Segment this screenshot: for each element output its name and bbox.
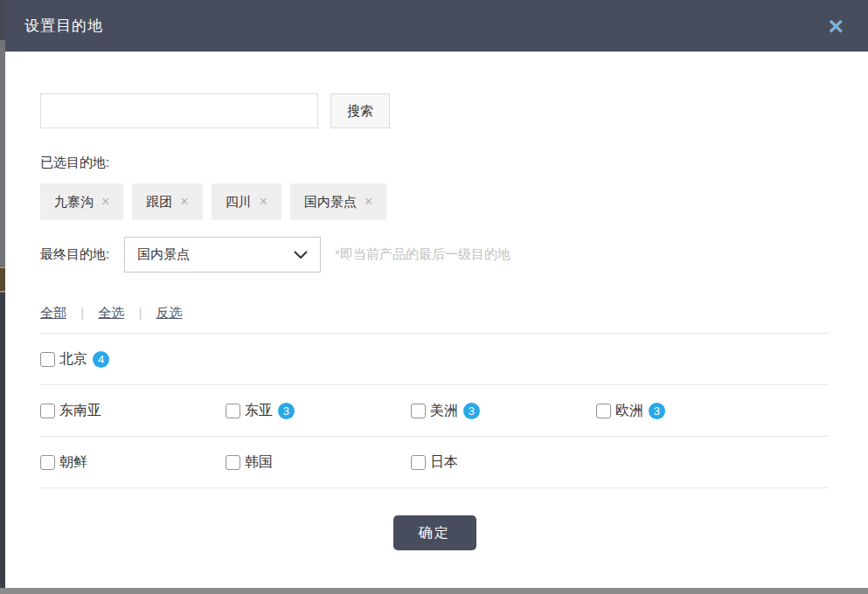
destination-item-southeast-asia[interactable]: 东南亚 bbox=[40, 402, 226, 420]
tag-remove-icon[interactable]: × bbox=[180, 194, 188, 210]
background-page-bottom-edge bbox=[0, 588, 868, 594]
checkbox-beijing[interactable] bbox=[40, 352, 55, 367]
dialog-header: 设置目的地 × bbox=[5, 0, 868, 52]
tag-label: 九寨沟 bbox=[54, 194, 94, 211]
count-badge: 3 bbox=[463, 403, 480, 419]
final-destination-row: 最终目的地: 国内景点 *即当前产品的最后一级目的地 bbox=[40, 237, 829, 273]
destination-label: 日本 bbox=[430, 453, 458, 472]
destination-label: 东南亚 bbox=[59, 402, 101, 420]
destination-item-east-asia[interactable]: 东亚 3 bbox=[226, 402, 411, 420]
link-all[interactable]: 全部 bbox=[40, 305, 66, 320]
dialog-title: 设置目的地 bbox=[24, 16, 103, 36]
checkbox-south-korea[interactable] bbox=[226, 455, 240, 470]
destination-row: 朝鲜 韩国 日本 bbox=[40, 437, 829, 488]
link-separator: | bbox=[138, 305, 142, 320]
count-badge: 3 bbox=[649, 403, 665, 419]
destination-item-japan[interactable]: 日本 bbox=[411, 453, 596, 472]
destination-item-beijing[interactable]: 北京 4 bbox=[40, 350, 226, 369]
tag-remove-icon[interactable]: × bbox=[365, 194, 372, 210]
checkbox-north-korea[interactable] bbox=[40, 455, 55, 470]
search-row: 搜索 bbox=[40, 93, 829, 128]
destination-row: 东南亚 东亚 3 美洲 3 欧洲 3 bbox=[40, 385, 829, 437]
tag-label: 四川 bbox=[226, 194, 252, 211]
count-badge: 4 bbox=[93, 351, 109, 368]
destination-label: 北京 bbox=[59, 350, 87, 369]
chevron-down-icon bbox=[294, 251, 308, 259]
selection-links-row: 全部 | 全选 | 反选 bbox=[40, 305, 829, 334]
checkbox-east-asia[interactable] bbox=[226, 404, 240, 418]
checkbox-southeast-asia[interactable] bbox=[40, 404, 55, 418]
final-destination-hint: *即当前产品的最后一级目的地 bbox=[335, 246, 510, 263]
destination-label: 欧洲 bbox=[615, 402, 643, 420]
destination-item-europe[interactable]: 欧洲 3 bbox=[596, 402, 781, 420]
tag-remove-icon[interactable]: × bbox=[101, 194, 109, 210]
destination-label: 美洲 bbox=[430, 402, 458, 420]
checkbox-americas[interactable] bbox=[411, 404, 426, 418]
tag-sichuan[interactable]: 四川 × bbox=[212, 183, 281, 220]
link-select-all[interactable]: 全选 bbox=[98, 305, 124, 320]
final-destination-select[interactable]: 国内景点 bbox=[124, 237, 321, 273]
close-icon[interactable]: × bbox=[828, 13, 844, 39]
tag-gentuan[interactable]: 跟团 × bbox=[132, 183, 202, 220]
destination-item-north-korea[interactable]: 朝鲜 bbox=[40, 453, 226, 472]
tag-guonei-jingdian[interactable]: 国内景点 × bbox=[290, 183, 386, 220]
tag-remove-icon[interactable]: × bbox=[260, 194, 267, 210]
search-button[interactable]: 搜索 bbox=[330, 93, 390, 128]
tag-label: 跟团 bbox=[146, 194, 172, 211]
checkbox-europe[interactable] bbox=[596, 404, 611, 418]
destination-item-south-korea[interactable]: 韩国 bbox=[226, 453, 411, 472]
destination-row: 北京 4 bbox=[40, 334, 829, 385]
tag-label: 国内景点 bbox=[304, 194, 357, 211]
confirm-button[interactable]: 确定 bbox=[393, 515, 476, 550]
destination-label: 韩国 bbox=[245, 453, 273, 472]
dialog-body: 搜索 已选目的地: 九寨沟 × 跟团 × 四川 × 国内景点 × 最终目的地: bbox=[5, 93, 868, 550]
search-input[interactable] bbox=[40, 93, 318, 128]
final-destination-value: 国内景点 bbox=[137, 246, 190, 263]
link-invert-selection[interactable]: 反选 bbox=[156, 305, 183, 320]
count-badge: 3 bbox=[278, 403, 295, 419]
selected-tags-row: 九寨沟 × 跟团 × 四川 × 国内景点 × bbox=[40, 183, 829, 220]
destination-label: 朝鲜 bbox=[59, 453, 87, 472]
tag-jiuzhaigou[interactable]: 九寨沟 × bbox=[40, 183, 123, 220]
link-separator: | bbox=[80, 305, 84, 320]
destination-item-americas[interactable]: 美洲 3 bbox=[411, 402, 596, 420]
set-destination-dialog: 设置目的地 × 搜索 已选目的地: 九寨沟 × 跟团 × 四川 × 国内景点 × bbox=[5, 0, 868, 588]
destination-label: 东亚 bbox=[245, 402, 273, 420]
selected-destinations-label: 已选目的地: bbox=[40, 155, 829, 171]
final-destination-label: 最终目的地: bbox=[40, 246, 109, 263]
dialog-footer: 确定 bbox=[40, 515, 829, 550]
checkbox-japan[interactable] bbox=[411, 455, 426, 470]
